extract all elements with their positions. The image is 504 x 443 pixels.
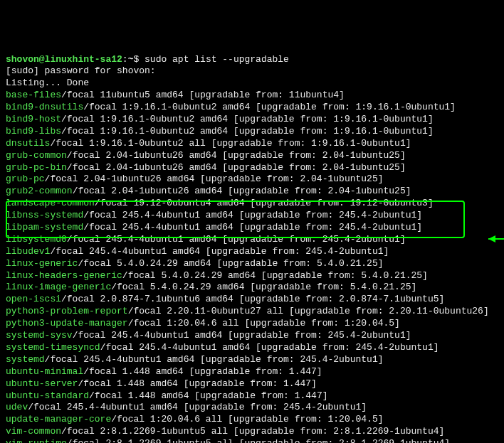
package-line: python3-update-manager/focal 1:20.04.6 a… xyxy=(6,318,498,330)
package-details: /focal 1:20.04.6 all [upgradable from: 1… xyxy=(128,318,400,329)
package-details: /focal 1:9.16.1-0ubuntu2 amd64 [upgradab… xyxy=(61,114,434,124)
package-name: python3-problem-report xyxy=(6,306,128,316)
package-name: systemd-timesyncd xyxy=(6,342,100,353)
package-details: /focal 2.04-1ubuntu26 amd64 [upgradable … xyxy=(67,150,406,161)
prompt-line: shovon@linuxhint-sa12:~$ sudo apt list -… xyxy=(6,54,498,66)
package-details: /focal 19.12-0ubuntu4 amd64 [upgradable … xyxy=(95,198,434,208)
package-details: /focal 1:9.16.1-0ubuntu2 all [upgradable… xyxy=(50,138,411,149)
package-name: linux-headers-generic xyxy=(6,270,122,281)
package-line: libsystemd0/focal 245.4-4ubuntu1 amd64 [… xyxy=(6,234,498,246)
package-name: libudev1 xyxy=(6,246,50,257)
package-line: libudev1/focal 245.4-4ubuntu1 amd64 [upg… xyxy=(6,246,498,258)
package-name: linux-image-generic xyxy=(6,282,111,292)
package-line: systemd-sysv/focal 245.4-4ubuntu1 amd64 … xyxy=(6,330,498,342)
package-details: /focal 1.448 amd64 [upgradable from: 1.4… xyxy=(89,390,327,401)
package-details: /focal 2.04-1ubuntu26 amd64 [upgradable … xyxy=(45,174,384,184)
package-details: /focal 245.4-4ubuntu1 amd64 [upgradable … xyxy=(45,354,384,365)
package-line: bind9-dnsutils/focal 1:9.16.1-0ubuntu2 a… xyxy=(6,102,498,114)
package-name: grub-pc xyxy=(6,174,45,184)
package-line: base-files/focal 11ubuntu5 amd64 [upgrad… xyxy=(6,90,498,102)
package-line: systemd-timesyncd/focal 245.4-4ubuntu1 a… xyxy=(6,342,498,354)
package-details: /focal 2.04-1ubuntu26 amd64 [upgradable … xyxy=(67,162,406,173)
package-details: /focal 245.4-4ubuntu1 amd64 [upgradable … xyxy=(67,234,406,245)
package-details: /focal 245.4-4ubuntu1 amd64 [upgradable … xyxy=(100,342,439,353)
package-line: ubuntu-standard/focal 1.448 amd64 [upgra… xyxy=(6,390,498,402)
package-details: /focal 245.4-4ubuntu1 amd64 [upgradable … xyxy=(50,246,389,257)
package-line: udev/focal 245.4-4ubuntu1 amd64 [upgrada… xyxy=(6,402,498,414)
package-name: grub-pc-bin xyxy=(6,162,67,173)
package-name: dnsutils xyxy=(6,138,50,149)
package-name: vim-common xyxy=(6,426,61,437)
package-name: grub-common xyxy=(6,150,67,161)
package-details: /focal 1.448 amd64 [upgradable from: 1.4… xyxy=(83,366,322,377)
package-line: open-iscsi/focal 2.0.874-7.1ubuntu6 amd6… xyxy=(6,294,498,306)
package-name: systemd xyxy=(6,354,45,365)
package-name: ubuntu-minimal xyxy=(6,366,83,377)
prompt-user: shovon@linuxhint-sa12 xyxy=(6,54,122,65)
package-name: linux-generic xyxy=(6,258,78,269)
package-line: linux-headers-generic/focal 5.4.0.24.29 … xyxy=(6,270,498,282)
package-line: bind9-libs/focal 1:9.16.1-0ubuntu2 amd64… xyxy=(6,126,498,138)
package-line: bind9-host/focal 1:9.16.1-0ubuntu2 amd64… xyxy=(6,114,498,126)
package-details: /focal 245.4-4ubuntu1 amd64 [upgradable … xyxy=(83,222,422,233)
package-details: /focal 2:8.1.2269-1ubuntu5 all [upgradab… xyxy=(67,438,450,443)
package-details: /focal 2.20.11-0ubuntu27 all [upgradable… xyxy=(128,306,489,316)
package-name: bind9-libs xyxy=(6,126,61,137)
prompt-symbol: $ xyxy=(133,54,145,65)
terminal-output: shovon@linuxhint-sa12:~$ sudo apt list -… xyxy=(6,54,498,443)
package-name: libpam-systemd xyxy=(6,222,83,233)
package-name: libsystemd0 xyxy=(6,234,67,245)
package-name: udev xyxy=(6,402,28,412)
package-details: /focal 1:9.16.1-0ubuntu2 amd64 [upgradab… xyxy=(61,126,434,137)
command-text: sudo apt list --upgradable xyxy=(145,54,289,65)
package-line: landscape-common/focal 19.12-0ubuntu4 am… xyxy=(6,198,498,210)
package-line: dnsutils/focal 1:9.16.1-0ubuntu2 all [up… xyxy=(6,138,498,150)
package-details: /focal 11ubuntu5 amd64 [upgradable from:… xyxy=(61,90,345,100)
package-line: linux-generic/focal 5.4.0.24.29 amd64 [u… xyxy=(6,258,498,270)
package-line: linux-image-generic/focal 5.4.0.24.29 am… xyxy=(6,282,498,294)
package-name: update-manager-core xyxy=(6,414,111,425)
package-line: ubuntu-server/focal 1.448 amd64 [upgrada… xyxy=(6,378,498,390)
package-name: ubuntu-server xyxy=(6,378,78,389)
package-line: libpam-systemd/focal 245.4-4ubuntu1 amd6… xyxy=(6,222,498,234)
package-name: base-files xyxy=(6,90,61,100)
package-line: python3-problem-report/focal 2.20.11-0ub… xyxy=(6,306,498,318)
package-details: /focal 1:9.16.1-0ubuntu2 amd64 [upgradab… xyxy=(83,102,456,112)
package-details: /focal 5.4.0.24.29 amd64 [upgradable fro… xyxy=(78,258,383,269)
package-line: vim-runtime/focal 2:8.1.2269-1ubuntu5 al… xyxy=(6,438,498,443)
package-details: /focal 5.4.0.24.29 amd64 [upgradable fro… xyxy=(111,282,416,292)
package-line: ubuntu-minimal/focal 1.448 amd64 [upgrad… xyxy=(6,366,498,378)
package-line: systemd/focal 245.4-4ubuntu1 amd64 [upgr… xyxy=(6,354,498,366)
package-line: grub2-common/focal 2.04-1ubuntu26 amd64 … xyxy=(6,186,498,198)
package-line: vim-common/focal 2:8.1.2269-1ubuntu5 all… xyxy=(6,426,498,438)
listing-status: Listing... Done xyxy=(6,78,498,90)
package-details: /focal 245.4-4ubuntu1 amd64 [upgradable … xyxy=(73,330,411,341)
package-name: python3-update-manager xyxy=(6,318,128,329)
package-name: systemd-sysv xyxy=(6,330,73,341)
package-name: grub2-common xyxy=(6,186,73,196)
package-name: bind9-host xyxy=(6,114,61,124)
package-name: landscape-common xyxy=(6,198,95,208)
package-name: libnss-systemd xyxy=(6,210,83,220)
package-name: vim-runtime xyxy=(6,438,67,443)
package-details: /focal 2.0.874-7.1ubuntu6 amd64 [upgrada… xyxy=(61,294,444,304)
package-name: open-iscsi xyxy=(6,294,61,304)
package-line: grub-pc/focal 2.04-1ubuntu26 amd64 [upgr… xyxy=(6,174,498,186)
package-details: /focal 5.4.0.24.29 amd64 [upgradable fro… xyxy=(122,270,428,281)
package-details: /focal 2.04-1ubuntu26 amd64 [upgradable … xyxy=(73,186,411,196)
package-line: libnss-systemd/focal 245.4-4ubuntu1 amd6… xyxy=(6,210,498,222)
package-line: grub-common/focal 2.04-1ubuntu26 amd64 [… xyxy=(6,150,498,162)
sudo-prompt: [sudo] password for shovon: xyxy=(6,65,498,78)
package-details: /focal 1.448 amd64 [upgradable from: 1.4… xyxy=(78,378,316,389)
package-details: /focal 2:8.1.2269-1ubuntu5 all [upgradab… xyxy=(61,426,444,437)
package-name: ubuntu-standard xyxy=(6,390,89,401)
package-line: grub-pc-bin/focal 2.04-1ubuntu26 amd64 [… xyxy=(6,162,498,174)
package-details: /focal 1:20.04.6 all [upgradable from: 1… xyxy=(111,414,383,425)
package-line: update-manager-core/focal 1:20.04.6 all … xyxy=(6,414,498,426)
package-details: /focal 245.4-4ubuntu1 amd64 [upgradable … xyxy=(28,402,367,412)
package-name: bind9-dnsutils xyxy=(6,102,83,112)
package-details: /focal 245.4-4ubuntu1 amd64 [upgradable … xyxy=(83,210,422,220)
